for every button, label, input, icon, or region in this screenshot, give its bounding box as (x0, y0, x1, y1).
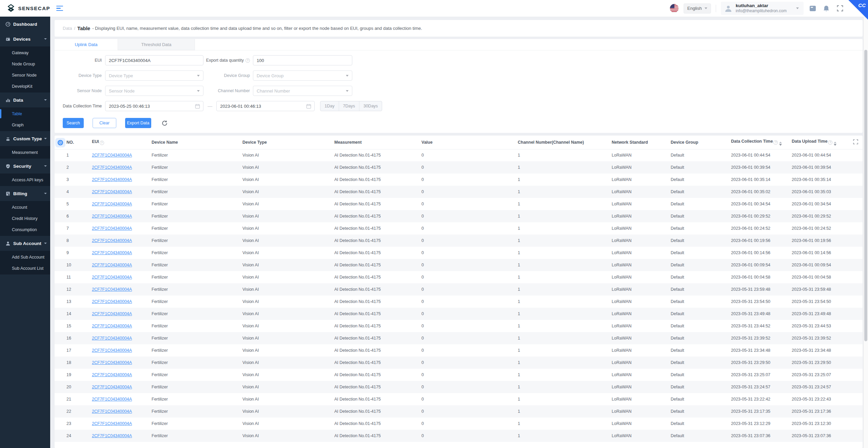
user-menu[interactable]: kutluhan_aktar info@theamplituhedron.com (721, 2, 804, 15)
sidebar-item-credit-history[interactable]: Credit History (0, 213, 50, 224)
eui-link[interactable]: 2CF7F1C04340004A (92, 421, 132, 426)
cell-network-standard: LoRaWAN (612, 369, 671, 381)
date-from-input[interactable]: 2023-05-25 00:46:13 (105, 101, 203, 111)
eui-link[interactable]: 2CF7F1C04340004A (92, 433, 132, 438)
eui-link[interactable]: 2CF7F1C04340004A (92, 336, 132, 341)
eui-link[interactable]: 2CF7F1C04340004A (92, 275, 132, 280)
sidebar-item-consumption[interactable]: Consumption (0, 224, 50, 235)
refresh-icon[interactable] (161, 120, 168, 126)
data-table-panel: NO. EUI? Device Name Device Type Measure… (55, 136, 863, 448)
eui-link[interactable]: 2CF7F1C04340004A (92, 165, 132, 170)
cell-device-group: Default (671, 198, 731, 210)
cell-upload-time: 2023-05-31 23:12:30 (792, 418, 863, 430)
column-settings-gear-icon[interactable] (55, 138, 65, 147)
cell-no: 24 (55, 430, 92, 442)
eui-link[interactable]: 2CF7F1C04340004A (92, 311, 132, 316)
channel-number-select[interactable]: Channel Number (253, 86, 352, 96)
cell-value: 0 (421, 405, 518, 418)
eui-link[interactable]: 2CF7F1C04340004A (92, 238, 132, 243)
cell-network-standard: LoRaWAN (612, 174, 671, 186)
eui-link[interactable]: 2CF7F1C04340004A (92, 397, 132, 402)
cell-no: 21 (55, 393, 92, 405)
sidebar-section-custom-type[interactable]: Custom Type (0, 131, 50, 146)
cell-no: 8 (55, 235, 92, 247)
cell-measurement: AI Detection No.01-4175 (334, 247, 421, 259)
sidebar-item-gateway[interactable]: Gateway (0, 47, 50, 58)
col-collection-time[interactable]: Data Collection Time? (731, 136, 792, 149)
sort-icons[interactable] (779, 142, 782, 146)
cell-collection-time: 2023-05-31 23:39:52 (731, 332, 792, 344)
eui-link[interactable]: 2CF7F1C04340004A (92, 189, 132, 194)
sidebar-section-dashboard[interactable]: Dashboard (0, 17, 50, 32)
eui-link[interactable]: 2CF7F1C04340004A (92, 324, 132, 328)
eui-link[interactable]: 2CF7F1C04340004A (92, 348, 132, 353)
eui-link[interactable]: 2CF7F1C04340004A (92, 287, 132, 292)
scrollbar-thumb[interactable] (864, 50, 867, 341)
cell-device-group: Default (671, 210, 731, 222)
question-circle-icon[interactable]: ? (245, 58, 250, 63)
eui-link[interactable]: 2CF7F1C04340004A (92, 263, 132, 267)
eui-link[interactable]: 2CF7F1C04340004A (92, 214, 132, 219)
device-type-select[interactable]: Device Type (105, 70, 203, 81)
sidebar-section-sub-account[interactable]: Sub Account (0, 236, 50, 251)
col-upload-time[interactable]: Data Upload Time? (792, 136, 863, 149)
quick-range-30days[interactable]: 30Days (359, 101, 382, 111)
eui-link[interactable]: 2CF7F1C04340004A (92, 372, 132, 377)
eui-link[interactable]: 2CF7F1C04340004A (92, 360, 132, 365)
cell-device-group: Default (671, 369, 731, 381)
eui-link[interactable]: 2CF7F1C04340004A (92, 202, 132, 206)
breadcrumb-section[interactable]: Data (63, 26, 72, 31)
cell-device-type: Vision AI (242, 381, 334, 393)
sidebar-section-billing[interactable]: Billing (0, 186, 50, 201)
question-circle-icon[interactable]: ? (100, 141, 104, 145)
sidebar-item-sub-account-list[interactable]: Sub Account List (0, 263, 50, 274)
eui-link[interactable]: 2CF7F1C04340004A (92, 409, 132, 414)
sidebar-item-add-sub-account[interactable]: Add Sub Account (0, 251, 50, 263)
eui-input[interactable] (105, 55, 203, 65)
cell-no: 12 (55, 283, 92, 296)
clear-button[interactable]: Clear (93, 118, 116, 128)
eui-link[interactable]: 2CF7F1C04340004A (92, 177, 132, 182)
sidebar-item-measurement[interactable]: Measurement (0, 147, 50, 158)
tab-uplink-data[interactable]: Uplink Data (55, 39, 118, 50)
cell-measurement: AI Detection No.01-4175 (334, 381, 421, 393)
sidebar-collapse-icon[interactable] (56, 6, 63, 11)
sidebar-item-account[interactable]: Account (0, 202, 50, 213)
eui-link[interactable]: 2CF7F1C04340004A (92, 299, 132, 304)
table-row: 222CF7F1C04340004AFertilizerVision AIAI … (55, 405, 863, 418)
sidebar-item-graph[interactable]: Graph (0, 119, 50, 130)
quick-range-group: 1Day7Days30Days (320, 101, 382, 111)
table-fullscreen-icon[interactable] (853, 139, 859, 146)
device-group-label: Device Group (203, 73, 250, 78)
tab-threshold-data[interactable]: Threshold Data (118, 39, 195, 50)
export-quantity-input[interactable] (253, 55, 352, 65)
sidebar-item-developkit[interactable]: DevelopKit (0, 81, 50, 92)
sidebar-item-node-group[interactable]: Node Group (0, 58, 50, 69)
sensor-node-select[interactable]: Sensor Node (105, 86, 203, 96)
eui-link[interactable]: 2CF7F1C04340004A (92, 250, 132, 255)
fullscreen-icon[interactable] (835, 4, 844, 13)
date-to-input[interactable]: 2023-06-01 00:46:13 (216, 101, 315, 111)
cell-device-type: Vision AI (242, 259, 334, 271)
eui-link[interactable]: 2CF7F1C04340004A (92, 385, 132, 389)
sidebar-item-sensor-node[interactable]: Sensor Node (0, 69, 50, 81)
sidebar-section-data[interactable]: Data (0, 93, 50, 107)
device-group-select[interactable]: Device Group (253, 70, 352, 81)
search-button[interactable]: Search (63, 118, 84, 128)
sidebar-item-access-api-keys[interactable]: Access API keys (0, 174, 50, 185)
cell-no: 22 (55, 405, 92, 418)
sidebar-section-security[interactable]: Security (0, 159, 50, 174)
quick-range-1day[interactable]: 1Day (320, 101, 338, 111)
console-panel-icon[interactable] (808, 4, 817, 13)
eui-link[interactable]: 2CF7F1C04340004A (92, 153, 132, 158)
sidebar-section-devices[interactable]: Devices (0, 32, 50, 46)
question-circle-icon[interactable]: ? (773, 140, 778, 145)
notification-bell-icon[interactable] (822, 4, 831, 13)
quick-range-7days[interactable]: 7Days (339, 101, 359, 111)
sort-icons[interactable] (834, 142, 836, 146)
question-circle-icon[interactable]: ? (828, 140, 832, 145)
language-selector[interactable]: English (684, 3, 711, 14)
export-data-button[interactable]: Export Data (125, 118, 151, 128)
sidebar-item-table[interactable]: Table (0, 108, 50, 119)
eui-link[interactable]: 2CF7F1C04340004A (92, 226, 132, 231)
